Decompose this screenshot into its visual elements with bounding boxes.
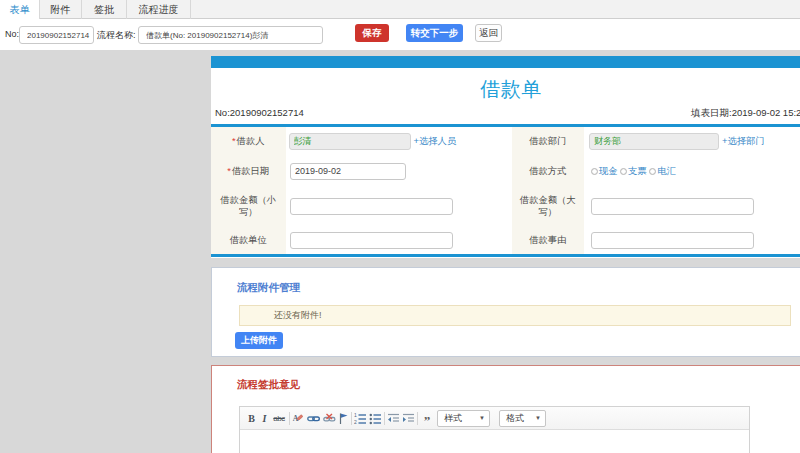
editor-toolbar: B I abc A [240,407,749,430]
radio-cash-label: 现金 [599,165,618,178]
tab-attachment-label: 附件 [51,3,71,17]
no-attachment-text: 还没有附件! [274,309,322,322]
toolbar-separator [384,412,385,425]
italic-button[interactable]: I [258,410,271,426]
forward-next-step-button[interactable]: 转交下一步 [406,24,463,42]
approval-heading: 流程签批意见 [237,378,300,392]
amount-big-label-cell: 借款金额（大写） [512,187,584,227]
action-bar: No: 流程名称: 保存 转交下一步 返回 [0,19,800,50]
svg-text:2: 2 [354,419,357,425]
form-grid: *借款人 +选择人员 借款部门 +选择部门 *借款日期 借款方式 现金 [211,127,800,254]
editor-content-area[interactable] [240,430,749,453]
amount-small-label: 借款金额（小写） [215,194,282,219]
unit-label: 借款单位 [230,234,267,247]
dept-label-cell: 借款部门 [512,127,584,156]
amount-small-input[interactable] [290,198,453,215]
borrower-input[interactable] [289,133,411,150]
tab-form-label: 表单 [10,3,30,17]
dept-input[interactable] [589,133,719,150]
select-dept-link[interactable]: +选择部门 [722,135,765,148]
radio-cash[interactable]: 现金 [591,165,618,178]
reason-label: 借款事由 [529,234,566,247]
radio-cheque-label: 支票 [628,165,647,178]
attachment-heading: 流程附件管理 [237,281,300,295]
tab-form[interactable]: 表单 [0,0,40,20]
dropdown-arrow-icon: ▼ [535,415,541,421]
attachment-section: 流程附件管理 还没有附件! 上传附件 [211,267,800,357]
tab-attachment[interactable]: 附件 [40,0,82,19]
no-label: No: [5,29,19,39]
borrower-label: 借款人 [237,135,265,148]
unit-label-cell: 借款单位 [211,226,286,254]
toolbar-separator [289,412,290,425]
tab-progress[interactable]: 流程进度 [127,0,191,19]
select-person-link[interactable]: +选择人员 [414,135,457,148]
method-label-cell: 借款方式 [512,156,584,187]
link-button[interactable] [306,410,320,426]
tab-approval-label: 签批 [94,3,114,17]
reason-label-cell: 借款事由 [512,226,584,254]
flow-name-label: 流程名称: [97,29,136,42]
tab-bar: 表单 附件 签批 流程进度 [0,0,800,19]
panel-top-bar [211,56,800,68]
radio-wire-circle[interactable] [649,168,657,176]
unit-value-cell [286,226,513,254]
rich-text-editor: B I abc A [239,406,750,453]
styles-dropdown[interactable]: 样式 ▼ [437,410,490,427]
amount-big-label: 借款金额（大写） [516,194,580,219]
reason-value-cell [584,226,800,254]
blockquote-button[interactable]: ” [420,410,434,426]
top-bar: 表单 附件 签批 流程进度 No: 流程名称: 保存 转交下一步 返回 [0,0,800,50]
no-attachment-alert: 还没有附件! [239,305,791,326]
upload-attachment-button[interactable]: 上传附件 [235,332,283,349]
radio-cheque-circle[interactable] [620,168,628,176]
amount-small-value-cell [286,187,513,227]
radio-cash-circle[interactable] [591,168,599,176]
outdent-button[interactable] [387,410,400,426]
toolbar-separator [351,412,352,425]
svg-text:1: 1 [354,412,357,418]
form-fill-date: 填表日期:2019-09-02 15:27:14 [691,107,800,120]
tab-progress-label: 流程进度 [139,3,179,17]
borrower-value-cell: +选择人员 [286,127,513,156]
format-dropdown-label: 格式 [506,412,524,425]
loan-form-panel: 借款单 No:20190902152714 填表日期:2019-09-02 15… [211,56,800,258]
bullet-list-button[interactable] [369,410,382,426]
reason-input[interactable] [591,232,754,249]
anchor-flag-button[interactable] [338,410,349,426]
bold-button[interactable]: B [245,410,258,426]
method-label: 借款方式 [529,165,566,178]
date-label: 借款日期 [232,165,269,178]
indent-button[interactable] [402,410,415,426]
unit-input[interactable] [290,232,453,249]
method-value-cell: 现金 支票 电汇 [584,156,800,187]
save-button[interactable]: 保存 [355,24,389,42]
date-label-cell: *借款日期 [211,156,286,187]
unlink-button[interactable] [322,410,336,426]
amount-big-value-cell [584,187,800,227]
radio-wire[interactable]: 电汇 [649,165,676,178]
no-input[interactable] [19,26,94,44]
flow-name-input[interactable] [138,26,323,44]
borrower-label-cell: *借款人 [211,127,286,156]
date-value-cell [286,156,513,187]
amount-big-input[interactable] [591,198,754,215]
dropdown-arrow-icon: ▼ [479,415,485,421]
remove-format-button[interactable]: A [292,410,303,426]
dept-value-cell: +选择部门 [584,127,800,156]
radio-cheque[interactable]: 支票 [620,165,647,178]
form-no: No:20190902152714 [215,107,304,118]
form-title: 借款单 [211,76,800,103]
borrow-method-radio-group: 现金 支票 电汇 [591,165,678,178]
required-mark: * [227,165,231,178]
back-button[interactable]: 返回 [475,24,502,42]
styles-dropdown-label: 样式 [444,412,462,425]
approval-section: 流程签批意见 B I abc A [211,365,800,453]
strikethrough-button[interactable]: abc [271,410,287,426]
form-bottom-divider [211,254,800,257]
tab-approval[interactable]: 签批 [82,0,127,19]
format-dropdown[interactable]: 格式 ▼ [499,410,546,427]
radio-wire-label: 电汇 [657,165,676,178]
numbered-list-button[interactable]: 1 2 [354,410,367,426]
borrow-date-input[interactable] [290,163,406,180]
